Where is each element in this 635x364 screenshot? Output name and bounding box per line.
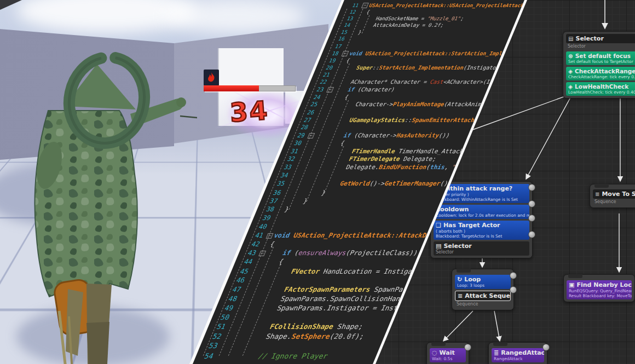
- code-line: 20 Super::StartAction_Implementation(Ins…: [315, 65, 507, 71]
- code-line: 53: [199, 342, 230, 350]
- bt-node-find-nearby-location[interactable]: ▣Find Nearby Location RunEQSQuery: Query…: [563, 274, 635, 302]
- code-line: 11USAction_ProjectileAttack::USAction_Pr…: [340, 3, 530, 9]
- code-line: 14 AttackAnimDelay = 0.2f;: [332, 22, 444, 28]
- bt-index-badge: [542, 344, 550, 351]
- bt-decorator-cooldown[interactable]: Cooldown Cooldown: lock for 2.0s after e…: [434, 205, 529, 219]
- bt-attack-sequence-subtitle: Sequence: [455, 301, 511, 308]
- enemy-status-icon-box: [204, 70, 219, 86]
- wire-loop-to-rangedattack: [494, 311, 500, 341]
- code-line: 46: [227, 276, 257, 284]
- bt-decorator-has-target-actor[interactable]: ❑Has Target Actor ( aborts both ) Blackb…: [434, 221, 529, 240]
- code-line: 54 // Ignore Player: [195, 352, 329, 360]
- health-fill: [204, 85, 259, 91]
- bt-node-pin: [493, 342, 507, 346]
- bt-node-pin: [431, 342, 446, 346]
- bt-index-badge: [510, 286, 517, 293]
- wire-selector-to-range-cluster: [526, 94, 573, 179]
- code-line: 38}: [256, 206, 290, 213]
- bt-node-wait[interactable]: ◌Wait Wait: 0.5s: [426, 342, 469, 364]
- code-line: 13 HandSocketName = "Muzzle_01";: [336, 16, 465, 22]
- code-line: 43 if (ensureAlways(ProjectileClass)): [238, 250, 419, 257]
- code-line: 12{: [338, 9, 371, 15]
- code-line: 47 FActorSpawnParameters SpawnParams;: [223, 286, 425, 293]
- bt-index-badge: [528, 184, 535, 191]
- bt-index-badge: [528, 215, 535, 222]
- code-line: 42{: [241, 241, 276, 249]
- bt-service-checkattackrange[interactable]: ◈CheckAttackRange CheckAttackRange: tick…: [566, 67, 635, 80]
- bt-service-lowhealthcheck[interactable]: ◈LowHealthCheck LowHealthCheck: tick eve…: [566, 82, 635, 96]
- focus-icon: ⊛: [568, 53, 573, 59]
- composite-screenshot: ▤ Selector Selector ⊛Set default focus S…: [0, 0, 635, 364]
- code-line: 50: [211, 314, 242, 322]
- bt-move-to-title: ≡ Move To S: [593, 189, 635, 199]
- code-line: 21: [312, 72, 342, 78]
- blackboard-icon: ❑: [436, 222, 441, 229]
- cloud: [164, 0, 307, 33]
- code-line: 15}: [330, 30, 362, 36]
- loop-icon: ↻: [457, 276, 462, 283]
- bt-node-root-selector[interactable]: ▤ Selector Selector ⊛Set default focus S…: [563, 31, 635, 99]
- bt-node-move-to[interactable]: ≡ Move To S Sequence: [590, 184, 635, 208]
- bt-index-badge: [510, 272, 517, 279]
- bt-root-selector-subtitle: Selector: [566, 43, 635, 50]
- code-line: 34: [270, 172, 300, 180]
- bt-move-to-subtitle: Sequence: [593, 199, 635, 205]
- bt-node-pin: [568, 274, 582, 278]
- bt-node-rangedattack[interactable]: ≣RangedAttack RangedAttack: [488, 342, 547, 364]
- bt-index-badge: [464, 344, 471, 351]
- code-line: 40: [249, 223, 279, 231]
- code-line: 28: [290, 124, 320, 131]
- eqs-icon: ▣: [569, 281, 574, 288]
- attack-icon: ≣: [494, 349, 499, 356]
- bt-decorator-loop[interactable]: ↻Loop Loop: 3 loops: [455, 275, 511, 289]
- enemy-health-bar: [204, 85, 296, 91]
- code-line: 25 Character->PlayAnimMontage(AttackAnim…: [299, 101, 489, 108]
- code-line: 26: [297, 109, 327, 115]
- selector-icon: ▤: [436, 242, 441, 250]
- bt-root-selector-title: ▤ Selector: [566, 34, 635, 43]
- bt-index-badge: [528, 200, 535, 207]
- code-line: 19{: [318, 57, 351, 63]
- sequence-icon: ≡: [458, 292, 463, 299]
- wire-loop-to-wait: [443, 311, 473, 341]
- code-line: 39: [252, 215, 283, 222]
- damage-number: 34: [229, 95, 270, 128]
- bt-node-attack-sequence-cluster[interactable]: ↻Loop Loop: 3 loops ≡Attack Sequence Seq…: [452, 269, 514, 310]
- code-line: 23 if (Character): [306, 86, 396, 93]
- bt-index-badge: [528, 231, 535, 238]
- sequence-icon: ≡: [595, 191, 599, 197]
- bt-node-pin: [457, 269, 471, 273]
- code-line: 17: [324, 43, 354, 49]
- flame-icon: [206, 72, 216, 84]
- wait-icon: ◌: [432, 349, 437, 356]
- check-icon: ◈: [568, 68, 573, 74]
- code-line: 16: [327, 36, 357, 42]
- selector-icon: ▤: [568, 36, 573, 42]
- bt-node-pin: [594, 184, 609, 188]
- creature-character: [16, 49, 197, 364]
- bt-task-find-nearby-location[interactable]: ▣Find Nearby Location RunEQSQuery: Query…: [567, 280, 632, 299]
- bt-task-rangedattack[interactable]: ≣RangedAttack RangedAttack: [492, 348, 544, 362]
- check-icon: ◈: [568, 83, 573, 90]
- bt-composite-attack-sequence[interactable]: ≡Attack Sequence: [455, 291, 511, 301]
- bt-service-set-default-focus[interactable]: ⊛Set default focus Set default focus to …: [566, 51, 635, 65]
- bt-composite-selector[interactable]: ▤Selector Selector: [434, 241, 529, 256]
- bt-task-wait[interactable]: ◌Wait Wait: 0.5s: [430, 348, 466, 362]
